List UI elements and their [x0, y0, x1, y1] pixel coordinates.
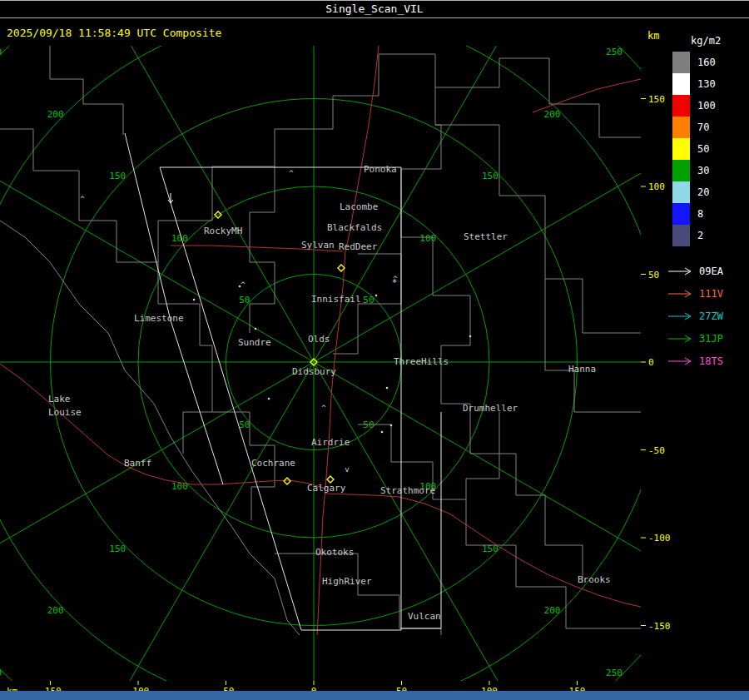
scale-row: 8 [666, 203, 749, 225]
ring-label: 200 [47, 605, 64, 616]
place-label: Calgary [307, 483, 346, 494]
place-label: Okotoks [315, 547, 354, 558]
right-axis-label: 50 [648, 270, 659, 280]
place-label: HighRiver [322, 576, 372, 587]
ring-label: 50 [239, 420, 250, 430]
scale-row: 2 [666, 225, 749, 246]
legend-unit: kg/m2 [691, 35, 749, 47]
station-row: 31JP [666, 327, 749, 350]
ring-label: 250 [0, 47, 2, 57]
place-label: Drumheller [463, 403, 518, 414]
window-title: Single_Scan_VIL [0, 0, 749, 18]
place-label: Vulcan [408, 611, 441, 622]
legend-panel: kg/m2 1601301007050302082 09EA111V27ZW31… [666, 33, 749, 372]
ring-label: 150 [109, 544, 126, 554]
radar-canvas[interactable]: 5050505010010010010015015015015020020020… [0, 46, 691, 693]
ring-label: 250 [606, 47, 623, 57]
scale-value: 100 [697, 100, 716, 112]
radar-map[interactable]: 5050505010010010010015015015015020020020… [0, 46, 691, 693]
map-symbol-dot [469, 335, 472, 338]
place-label: Limestone [134, 313, 184, 324]
place-label: RedDeer [339, 241, 378, 252]
scale-value: 70 [697, 122, 709, 133]
boundary-line [466, 412, 499, 499]
coverage-outline [125, 133, 223, 484]
header-bar: 2025/09/18 11:58:49 UTC Composite km [0, 18, 749, 46]
station-id: 18TS [699, 355, 723, 367]
station-legend: 09EA111V27ZW31JP18TS [666, 260, 749, 372]
boundary-line [50, 46, 123, 135]
place-label: Louise [48, 407, 82, 418]
scale-swatch [672, 225, 690, 246]
scale-value: 2 [697, 230, 703, 241]
place-label: Sundre [238, 337, 271, 348]
map-symbol-vee: v [345, 465, 349, 474]
storm-marker[interactable] [284, 478, 290, 484]
scale-row: 100 [666, 95, 749, 117]
scale-value: 130 [697, 78, 716, 90]
place-label: Brooks [578, 574, 611, 585]
scale-swatch [672, 181, 690, 203]
station-arrow-icon [667, 311, 696, 321]
scale-swatch [672, 138, 690, 160]
ring-label: 50 [239, 295, 250, 305]
ring-label: 200 [544, 109, 561, 120]
right-axis-label: 0 [648, 357, 654, 368]
scale-row: 130 [666, 73, 749, 95]
boundary-line [435, 125, 641, 333]
map-symbol-caret: ^ [241, 280, 246, 289]
place-label: RockyMH [204, 226, 242, 236]
scale-value: 50 [697, 143, 709, 155]
storm-marker[interactable] [327, 476, 334, 483]
scale-value: 20 [697, 186, 709, 198]
place-label: Didsbury [292, 366, 336, 377]
right-axis-label: -150 [648, 621, 671, 632]
station-row: 09EA [666, 260, 749, 282]
boundary-line [158, 54, 379, 304]
boundary-line [158, 304, 212, 454]
station-row: 18TS [666, 350, 749, 372]
scale-swatch [672, 95, 690, 117]
timestamp: 2025/09/18 11:58:49 UTC Composite [7, 27, 221, 39]
scale-row: 70 [666, 117, 749, 138]
place-label: Airdrie [311, 437, 350, 448]
scale-value: 30 [697, 165, 709, 176]
right-axis-label: -50 [648, 445, 665, 456]
storm-marker[interactable] [338, 265, 345, 271]
ring-label: 150 [482, 171, 499, 181]
ring-label: 200 [544, 605, 561, 616]
ring-label: 100 [419, 233, 436, 244]
station-arrow-icon [667, 289, 696, 299]
station-row: 111V [666, 282, 749, 305]
station-id: 09EA [699, 266, 723, 277]
scale-value: 8 [697, 208, 703, 220]
ring-label: 150 [109, 171, 126, 181]
scale-swatch [672, 203, 690, 225]
window-bottom-bar [0, 691, 749, 700]
scale-row: 160 [666, 52, 749, 73]
color-scale: 1601301007050302082 [666, 52, 749, 246]
scale-value: 160 [697, 57, 716, 68]
ring-label: 250 [0, 668, 2, 678]
station-arrow-icon [667, 334, 696, 344]
place-label: Cochrane [251, 458, 295, 469]
ring-label: 200 [47, 109, 64, 120]
place-label: Lacombe [340, 201, 378, 212]
map-symbol-dot [390, 424, 393, 427]
boundary-line [0, 221, 79, 304]
scale-row: 20 [666, 181, 749, 203]
map-symbol-dot [386, 387, 389, 390]
map-symbol-dot [381, 431, 384, 434]
boundary-line [79, 304, 300, 635]
place-label: Stettler [464, 231, 508, 242]
map-symbol-dot [255, 328, 257, 330]
scale-swatch [672, 73, 690, 95]
place-label: Lake [48, 394, 71, 405]
station-id: 31JP [699, 333, 723, 345]
map-symbol-caret: ^ [289, 169, 294, 177]
scale-swatch [672, 117, 690, 138]
scale-swatch [672, 160, 690, 181]
boundary-line [441, 404, 583, 583]
right-axis-unit: km [647, 30, 659, 42]
right-axis-label: 150 [648, 94, 665, 105]
